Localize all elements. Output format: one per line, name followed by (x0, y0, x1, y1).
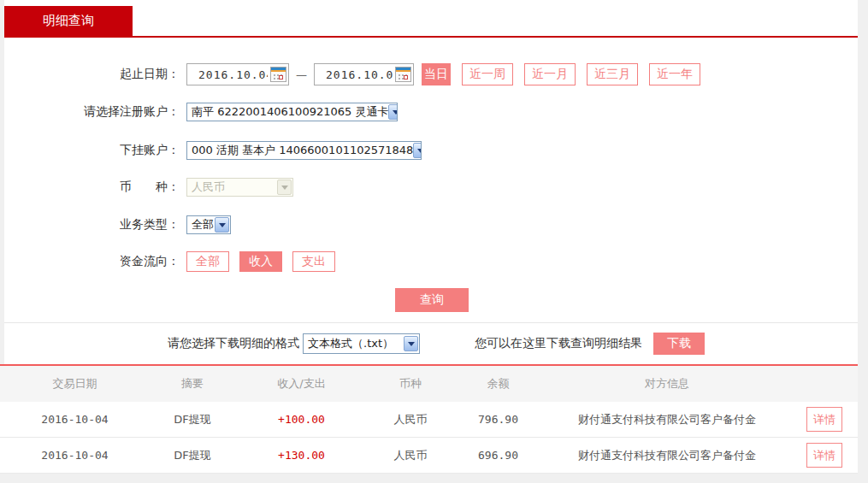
download-format-value: 文本格式（.txt） (308, 336, 393, 351)
col-header-amount: 收入/支出 (235, 376, 368, 392)
fund-flow-label: 资金流向： (4, 254, 180, 269)
cell-counterparty: 财付通支付科技有限公司客户备付金 (543, 412, 791, 427)
business-type-select[interactable]: 全部 (186, 215, 231, 234)
cell-amount: +100.00 (235, 413, 368, 426)
fund-flow-expense-button[interactable]: 支出 (292, 251, 335, 272)
cell-currency: 人民币 (368, 448, 453, 463)
register-account-label: 请选择注册账户： (4, 104, 180, 120)
calendar-icon-day-marker (279, 75, 283, 80)
cell-actions: 详情 (791, 407, 858, 432)
quick-range-quarter-button[interactable]: 近三月 (587, 63, 638, 85)
chevron-down-icon[interactable] (215, 217, 229, 233)
fund-flow-income-button[interactable]: 收入 (239, 251, 282, 272)
table-header-row: 交易日期 摘要 收入/支出 币种 余额 对方信息 (0, 366, 858, 402)
fund-flow-all-button[interactable]: 全部 (186, 251, 229, 272)
date-to-field (314, 63, 414, 85)
cell-balance: 696.90 (453, 449, 543, 462)
sub-account-select[interactable]: 000 活期 基本户 1406600101102571848 (186, 141, 422, 160)
download-bar: 请您选择下载明细的格式 文本格式（.txt） 您可以在这里下载查询明细结果 下载 (4, 323, 858, 364)
currency-label: 币 种： (4, 180, 180, 195)
col-header-currency: 币种 (368, 376, 453, 392)
date-from-field (186, 63, 289, 85)
query-button[interactable]: 查询 (395, 288, 469, 312)
cell-balance: 796.90 (453, 413, 543, 426)
cell-currency: 人民币 (368, 412, 453, 427)
cell-actions: 详情 (791, 443, 858, 468)
business-type-row: 业务类型： 全部 (4, 215, 858, 234)
date-range-row: 起止日期： — 当日 近一周 近一月 近三月 (4, 63, 858, 85)
col-header-counterparty: 对方信息 (543, 376, 791, 392)
sub-account-value: 000 活期 基本户 1406600101102571848 (192, 143, 413, 158)
calendar-icon-top (396, 68, 410, 72)
calendar-icon-day-marker (404, 75, 408, 80)
col-header-balance: 余额 (453, 376, 543, 392)
currency-value: 人民币 (192, 180, 225, 195)
table-row: 2016-10-04 DF提现 +130.00 人民币 696.90 财付通支付… (0, 438, 858, 474)
chevron-down-icon[interactable] (388, 104, 398, 120)
main-content: 明细查询 起止日期： — 当日 (0, 0, 858, 474)
tab-bar: 明细查询 (4, 0, 858, 36)
col-header-summary: 摘要 (150, 376, 235, 392)
query-form: 起止日期： — 当日 近一周 近一月 近三月 (4, 38, 858, 323)
calendar-icon[interactable] (270, 67, 286, 82)
download-format-label: 请您选择下载明细的格式 (168, 336, 299, 351)
chevron-down-icon (277, 180, 292, 195)
register-account-row: 请选择注册账户： 南平 6222001406100921065 灵通卡 (4, 103, 858, 121)
chevron-down-icon[interactable] (413, 143, 422, 158)
result-table: 交易日期 摘要 收入/支出 币种 余额 对方信息 2016-10-04 DF提现… (0, 366, 858, 474)
currency-row: 币 种： 人民币 (4, 178, 858, 197)
cell-amount: +130.00 (235, 449, 368, 462)
chevron-down-icon[interactable] (404, 336, 418, 351)
col-header-date: 交易日期 (0, 376, 150, 392)
detail-button[interactable]: 详情 (806, 407, 842, 432)
quick-range-today-button[interactable]: 当日 (422, 63, 451, 85)
fund-flow-row: 资金流向： 全部 收入 支出 (4, 251, 858, 272)
currency-select: 人民币 (186, 178, 293, 197)
cell-summary: DF提现 (150, 448, 235, 463)
tab-detail-query[interactable]: 明细查询 (4, 6, 133, 36)
download-button[interactable]: 下载 (653, 333, 705, 355)
calendar-icon-top (271, 68, 286, 72)
quick-range-month-button[interactable]: 近一月 (524, 63, 576, 85)
sub-account-label: 下挂账户： (4, 143, 180, 158)
cell-date: 2016-10-04 (0, 413, 150, 426)
date-range-separator: — (296, 68, 307, 81)
register-account-select[interactable]: 南平 6222001406100921065 灵通卡 (186, 103, 398, 121)
quick-range-week-button[interactable]: 近一周 (462, 63, 513, 85)
cell-counterparty: 财付通支付科技有限公司客户备付金 (543, 448, 791, 463)
sub-account-row: 下挂账户： 000 活期 基本户 1406600101102571848 (4, 141, 858, 160)
calendar-icon[interactable] (395, 67, 411, 82)
download-hint: 您可以在这里下载查询明细结果 (475, 336, 642, 351)
cell-date: 2016-10-04 (0, 449, 150, 462)
business-type-value: 全部 (192, 217, 214, 233)
date-range-label: 起止日期： (4, 67, 180, 82)
register-account-value: 南平 6222001406100921065 灵通卡 (192, 104, 388, 120)
detail-button[interactable]: 详情 (806, 443, 842, 468)
table-row: 2016-10-04 DF提现 +100.00 人民币 796.90 财付通支付… (0, 402, 858, 438)
download-format-select[interactable]: 文本格式（.txt） (303, 333, 420, 354)
cell-summary: DF提现 (150, 412, 235, 427)
quick-range-year-button[interactable]: 近一年 (649, 63, 700, 85)
business-type-label: 业务类型： (4, 217, 180, 233)
query-button-row: 查询 (4, 288, 858, 312)
